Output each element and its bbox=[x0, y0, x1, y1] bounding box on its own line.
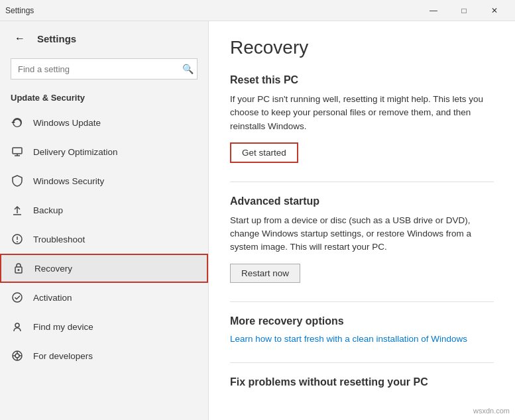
sidebar-item-windows-security[interactable]: Windows Security bbox=[0, 166, 208, 195]
sidebar-item-label: Recovery bbox=[34, 264, 72, 274]
reset-pc-desc: If your PC isn't running well, resetting… bbox=[230, 93, 494, 133]
activation-icon bbox=[11, 291, 24, 304]
search-icon: 🔍 bbox=[182, 64, 194, 74]
sidebar-search: 🔍 bbox=[11, 58, 198, 79]
get-started-button[interactable]: Get started bbox=[230, 142, 298, 163]
divider-3 bbox=[230, 362, 494, 363]
sidebar-item-label: Backup bbox=[33, 205, 63, 215]
sidebar-item-label: Windows Security bbox=[33, 176, 104, 186]
main-content: Recovery Reset this PC If your PC isn't … bbox=[209, 21, 515, 420]
delivery-optimization-icon bbox=[11, 145, 24, 158]
sidebar-item-troubleshoot[interactable]: Troubleshoot bbox=[0, 225, 208, 254]
svg-point-9 bbox=[18, 269, 20, 271]
svg-point-13 bbox=[15, 354, 19, 358]
titlebar-controls: — □ ✕ bbox=[418, 0, 510, 21]
back-button[interactable]: ← bbox=[11, 29, 29, 48]
restart-now-button[interactable]: Restart now bbox=[230, 264, 300, 283]
sidebar-item-label: For developers bbox=[33, 351, 93, 361]
sidebar-item-label: Windows Update bbox=[33, 118, 101, 128]
divider-2 bbox=[230, 301, 494, 302]
sidebar-item-activation[interactable]: Activation bbox=[0, 283, 208, 312]
titlebar-title: Settings bbox=[5, 6, 34, 15]
for-developers-icon bbox=[11, 349, 24, 362]
sidebar-item-for-developers[interactable]: For developers bbox=[0, 341, 208, 370]
search-input[interactable] bbox=[11, 58, 198, 79]
sidebar: ← Settings 🔍 Update & Security Windows U… bbox=[0, 21, 209, 420]
reset-pc-title: Reset this PC bbox=[230, 74, 494, 86]
sidebar-item-label: Find my device bbox=[33, 322, 93, 332]
advanced-startup-title: Advanced startup bbox=[230, 195, 494, 207]
fix-problems-title: Fix problems without resetting your PC bbox=[230, 376, 494, 388]
svg-point-11 bbox=[15, 323, 19, 327]
windows-update-icon bbox=[11, 116, 24, 129]
close-button[interactable]: ✕ bbox=[479, 0, 510, 21]
sidebar-item-delivery-optimization[interactable]: Delivery Optimization bbox=[0, 137, 208, 166]
find-my-device-icon bbox=[11, 320, 24, 333]
sidebar-item-backup[interactable]: Backup bbox=[0, 195, 208, 225]
maximize-button[interactable]: □ bbox=[449, 0, 479, 21]
sidebar-item-find-my-device[interactable]: Find my device bbox=[0, 312, 208, 341]
clean-install-link[interactable]: Learn how to start fresh with a clean in… bbox=[230, 334, 494, 344]
sidebar-item-label: Troubleshoot bbox=[33, 235, 85, 244]
svg-point-10 bbox=[13, 293, 22, 302]
titlebar: Settings — □ ✕ bbox=[0, 0, 515, 21]
advanced-startup-desc: Start up from a device or disc (such as … bbox=[230, 214, 494, 254]
page-title: Recovery bbox=[230, 37, 494, 58]
backup-icon bbox=[11, 203, 24, 217]
sidebar-item-label: Delivery Optimization bbox=[33, 147, 118, 157]
sidebar-section-title: Update & Security bbox=[0, 90, 208, 108]
app-body: ← Settings 🔍 Update & Security Windows U… bbox=[0, 21, 515, 420]
sidebar-item-windows-update[interactable]: Windows Update bbox=[0, 108, 208, 137]
back-icon: ← bbox=[15, 32, 25, 44]
sidebar-item-label: Activation bbox=[33, 293, 72, 303]
recovery-icon bbox=[12, 262, 25, 275]
sidebar-header: ← Settings bbox=[0, 21, 208, 56]
troubleshoot-icon bbox=[11, 233, 24, 246]
sidebar-item-recovery[interactable]: Recovery bbox=[0, 254, 208, 283]
titlebar-left: Settings bbox=[5, 6, 34, 15]
windows-security-icon bbox=[11, 174, 24, 187]
divider-1 bbox=[230, 182, 494, 182]
minimize-button[interactable]: — bbox=[418, 0, 449, 21]
more-recovery-title: More recovery options bbox=[230, 315, 494, 327]
svg-point-7 bbox=[17, 241, 18, 242]
svg-rect-0 bbox=[13, 148, 22, 154]
sidebar-app-title: Settings bbox=[37, 33, 76, 44]
